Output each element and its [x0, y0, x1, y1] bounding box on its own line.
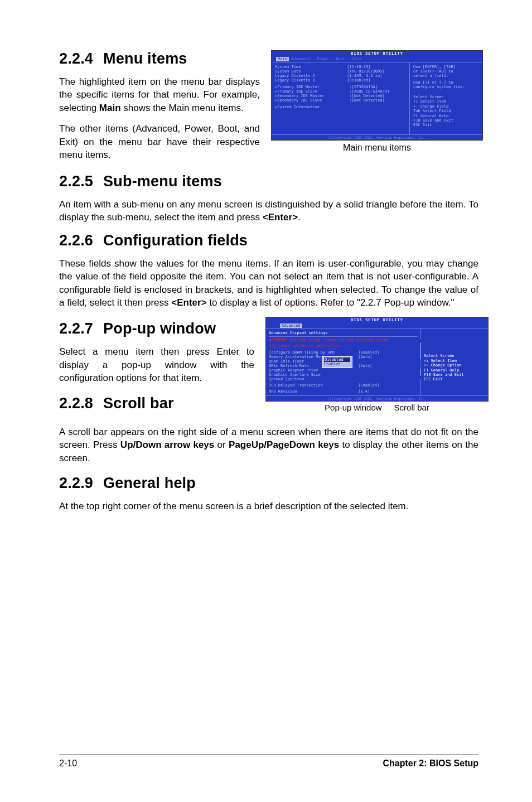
heading-title: Sub-menu items — [103, 173, 222, 190]
bios-left-panel: System Time[11:10:19] System Date[Thu 03… — [272, 62, 410, 134]
field-key: System Date — [275, 69, 347, 74]
heading-title: Pop-up window — [103, 320, 216, 337]
heading-225: 2.2.5Sub-menu items — [59, 173, 478, 190]
field-val: [1.4] — [358, 389, 418, 394]
heading-224: 2.2.4Menu items — [59, 50, 260, 67]
heading-title: General help — [103, 475, 196, 491]
field-val: [11:10:19] — [347, 65, 406, 69]
heading-title: Configuration fields — [103, 232, 248, 249]
help-text: configure system time. — [413, 85, 479, 89]
field-val: [Auto] — [358, 355, 418, 359]
heading-title: Menu items — [103, 50, 187, 67]
warning-text: WARNING: Setting wrong values in the sec… — [269, 338, 418, 342]
bios-title: BIOS SETUP UTILITY — [266, 317, 488, 323]
bios-right-panel: Use [ENTER], [TAB] or [SHIFT-TAB] to sel… — [410, 62, 482, 134]
bios-copyright: (C)Copyright 1985-2002, American Megatre… — [266, 395, 488, 401]
tab-power: Power — [317, 57, 328, 61]
field-val: [Disabled] — [347, 78, 406, 83]
caption-scrollbar: Scroll bar — [394, 403, 429, 412]
field-val: [1.44M, 3.5 in] — [347, 74, 406, 78]
page-footer: 2-10 Chapter 2: BIOS Setup — [59, 755, 478, 769]
submenu-key: System Information — [277, 105, 349, 109]
field-val: [Thu 03/10/2005] — [347, 69, 406, 74]
heading-num: 2.2.4 — [59, 50, 93, 67]
nav-key: F1 General Help — [413, 114, 479, 118]
nav-key: Tab Select Field — [413, 109, 479, 113]
field-key: System Time — [275, 65, 347, 69]
bios-left-panel: Advanced Chipset settings WARNING: Setti… — [266, 328, 421, 395]
field-key: Spread Spectrum — [269, 377, 358, 381]
help-text: or [SHIFT-TAB] to — [413, 69, 479, 74]
nav-key: Select Screen — [424, 354, 485, 358]
field-key: Graphic Adapter Prior — [269, 368, 358, 373]
nav-key: ↑↓ Select Item — [413, 99, 479, 104]
text: shows the Main menu items. — [121, 103, 244, 113]
nav-key: +- Change Option — [424, 363, 485, 368]
bios-main-screenshot: BIOS SETUP UTILITY Main Advanced Power B… — [271, 50, 483, 141]
bios-copyright: (C)Copyright 1985-2002, American Megatre… — [272, 134, 482, 140]
popup-option: Disabled — [324, 357, 350, 362]
popup-option: Enabled — [324, 362, 350, 366]
heading-num: 2.2.6 — [59, 232, 93, 249]
field-key: Legacy Diskette A — [275, 74, 347, 78]
heading-226: 2.2.6Configuration fields — [59, 232, 478, 249]
text: to display a list of options. Refer to "… — [207, 297, 454, 308]
nav-key: F1 General Help — [424, 368, 485, 373]
bios-right-panel: Select Screen ↑↓ Select Item +- Change O… — [421, 328, 488, 395]
submenu-val: :[ST320413A] — [349, 85, 406, 89]
heading-num: 2.2.7 — [59, 320, 93, 337]
bios-tabs: Advanced — [266, 323, 488, 328]
bios-title: BIOS SETUP UTILITY — [272, 51, 482, 56]
field-key: MPS Revision — [269, 389, 358, 394]
nav-key: +- Change Field — [413, 104, 479, 109]
field-key: Configure DRAM Timing by SPD — [269, 350, 358, 355]
tab-exit: Exit — [352, 57, 362, 61]
text: or — [214, 439, 229, 450]
field-key: ICH Delayed Transaction — [269, 383, 358, 388]
nav-key: ↑↓ Select Item — [424, 359, 485, 363]
tab-boot: Boot — [336, 57, 345, 61]
submenu-val: :[Not Detected] — [349, 98, 406, 103]
heading-title: Scroll bar — [103, 395, 174, 412]
bios-adv-screenshot: BIOS SETUP UTILITY Advanced Advanced Chi… — [265, 317, 489, 401]
para-229: At the top right corner of the menu scre… — [59, 500, 478, 513]
nav-key: F10 Save and Exit — [413, 118, 479, 123]
page-number: 2-10 — [59, 758, 77, 769]
submenu-val: :[Not Detected] — [349, 94, 406, 98]
bold-text: Up/Down arrow keys — [120, 439, 214, 450]
para-228: A scroll bar appears on the right side o… — [59, 426, 478, 465]
help-text: Use [ENTER], [TAB] — [413, 65, 479, 69]
submenu-key: Secondary IDE Slave — [277, 98, 349, 103]
help-text: Use [+] or [-] to — [413, 80, 479, 85]
heading-228: 2.2.8Scroll bar — [59, 395, 254, 412]
heading-num: 2.2.5 — [59, 173, 93, 190]
tab-advanced: Advanced — [280, 323, 302, 328]
bold-text: PageUp/PageDown keys — [229, 439, 339, 450]
para-224b: The other items (Advanced, Power, Boot, … — [59, 122, 260, 161]
submenu-key: Secondary IDE Master — [277, 94, 349, 98]
tab-advanced: Advanced — [291, 57, 310, 61]
para-224a: The highlighted item on the menu bar dis… — [59, 75, 260, 114]
field-val: [Enabled] — [358, 350, 418, 355]
para-227: Select a menu item then press Enter to d… — [59, 345, 254, 384]
field-key: Graphics Aperture Size — [269, 373, 358, 377]
subtitle: Advanced Chipset settings — [269, 331, 418, 335]
warning-text: may cause system to malfunction. — [269, 344, 418, 349]
field-val: [Auto] — [358, 364, 418, 368]
field-val: [Enabled] — [358, 383, 418, 388]
submenu-key: Primary IDE Master — [277, 85, 349, 89]
caption-row: Pop-up window Scroll bar — [265, 403, 489, 412]
submenu-val: :[ASUS CD-S340/A] — [349, 89, 406, 94]
bold-text: <Enter> — [263, 212, 298, 223]
help-text: select a field. — [413, 74, 479, 78]
para-226: These fields show the values for the men… — [59, 257, 478, 310]
bios-tabs: Main Advanced Power Boot Exit — [272, 56, 482, 62]
bold-text: <Enter> — [171, 297, 206, 308]
para-225: An item with a sub-menu on any menu scre… — [59, 198, 478, 224]
heading-num: 2.2.9 — [59, 475, 93, 492]
heading-229: 2.2.9General help — [59, 475, 478, 492]
caption-main-menu: Main menu items — [271, 143, 483, 153]
nav-key: F10 Save and Exit — [424, 373, 485, 377]
nav-key: ESC Exit — [413, 123, 479, 127]
caption-popup: Pop-up window — [325, 403, 382, 412]
